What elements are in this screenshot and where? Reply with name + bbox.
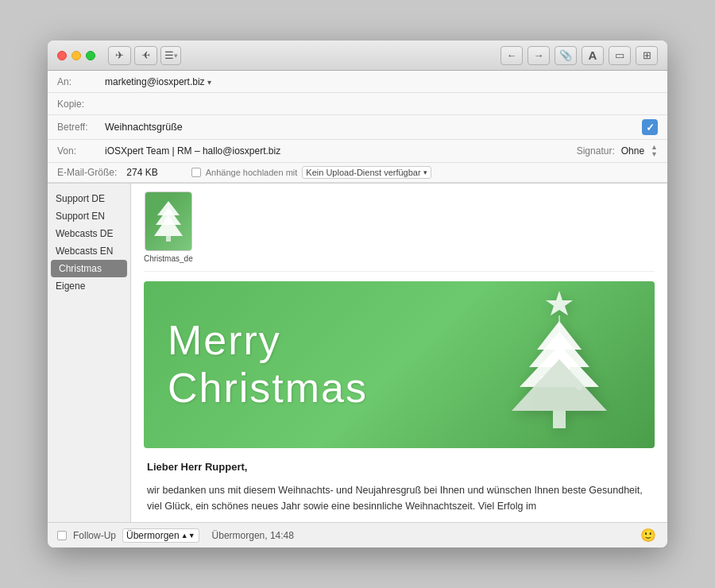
von-field[interactable]: iOSXpert Team | RM – hallo@iosxpert.biz [105, 145, 577, 157]
close-button[interactable] [57, 51, 67, 60]
email-body[interactable]: Christmas_de Merry Christmas [131, 184, 667, 522]
list-button[interactable]: ☰ ▾ [160, 46, 181, 65]
followup-label: Follow-Up [73, 530, 116, 541]
betreff-row: Betreff: Weihnachtsgrüße [48, 115, 667, 140]
attachment-preview [145, 191, 192, 251]
signatur-stepper[interactable]: ▲ ▼ [651, 144, 658, 158]
banner-tree-svg [496, 288, 623, 439]
font-icon: A [589, 48, 597, 62]
signatur-section: Signatur: Ohne ▲ ▼ [577, 144, 658, 158]
banner-line1: Merry [168, 317, 368, 365]
template-sidebar: Support DE Support EN Webcasts DE Webcas… [48, 184, 131, 522]
sidebar-item-webcasts-en[interactable]: Webcasts EN [48, 242, 130, 260]
back-button[interactable]: ← [500, 46, 523, 65]
toolbar-left: ✈ ✈ ☰ ▾ [108, 46, 181, 65]
von-label: Von: [57, 145, 105, 157]
window-icon: ▭ [615, 49, 624, 61]
traffic-lights [57, 51, 95, 60]
svg-point-11 [548, 356, 555, 362]
list-icon: ☰ [164, 49, 174, 61]
size-value: 274 KB [126, 167, 157, 178]
kopie-label: Kopie: [57, 99, 105, 110]
paperclip-icon: 📎 [559, 49, 572, 61]
kopie-row: Kopie: [48, 93, 667, 115]
sidebar-item-eigene[interactable]: Eigene [48, 277, 130, 295]
emoji-button[interactable]: 🙂 [639, 526, 658, 545]
email-greeting: Lieber Herr Ruppert, [147, 461, 651, 473]
svg-rect-3 [166, 236, 171, 242]
an-field[interactable]: marketing@iosxpert.biz ▾ [105, 76, 658, 87]
email-compose-window: ✈ ✈ ☰ ▾ ← → 📎 A ▭ [48, 41, 667, 547]
email-paragraph: wir bedanken uns mit diesem Weihnachts- … [147, 482, 651, 514]
followup-date: Übermorgen, 14:48 [212, 530, 294, 541]
signatur-label: Signatur: [577, 145, 615, 157]
forward-button[interactable]: → [528, 46, 550, 65]
sidebar-item-support-de[interactable]: Support DE [48, 190, 130, 207]
followup-stepper-icon: ▲▼ [181, 532, 195, 540]
attach-button[interactable]: 📎 [555, 46, 577, 65]
send-later-icon: ✈ [141, 49, 150, 61]
an-row: An: marketing@iosxpert.biz ▾ [48, 71, 667, 93]
toolbar-right: ← → 📎 A ▭ ⊞ [500, 46, 658, 65]
email-text: Lieber Herr Ruppert, wir bedanken uns mi… [144, 461, 655, 514]
svg-marker-2 [154, 215, 183, 236]
svg-rect-10 [553, 411, 566, 428]
attachment-thumb[interactable]: Christmas_de [144, 191, 193, 263]
attachment-filename: Christmas_de [144, 254, 193, 263]
forward-arrow-icon: → [534, 49, 544, 61]
back-arrow-icon: ← [507, 49, 517, 61]
window-button[interactable]: ▭ [609, 46, 631, 65]
followup-checkbox[interactable] [57, 531, 67, 540]
betreff-field[interactable]: Weihnachtsgrüße [105, 122, 642, 133]
dropdown-chevron-icon: ▾ [174, 52, 178, 60]
banner-line2: Christmas [168, 365, 368, 412]
betreff-label: Betreff: [57, 122, 105, 133]
attachment-area: Christmas_de [144, 191, 655, 272]
sidebar-item-christmas[interactable]: Christmas [51, 260, 127, 277]
sidebar-item-webcasts-de[interactable]: Webcasts DE [48, 225, 130, 242]
upload-section: Anhänge hochladen mit Kein Upload-Dienst… [191, 166, 431, 179]
footer: Follow-Up Übermorgen ▲▼ Übermorgen, 14:4… [48, 522, 667, 547]
followup-dropdown[interactable]: Übermorgen ▲▼ [122, 528, 199, 543]
banner-text: Merry Christmas [168, 317, 368, 412]
recipient-tag[interactable]: marketing@iosxpert.biz ▾ [105, 76, 211, 87]
tag-arrow-icon: ▾ [207, 78, 211, 87]
maximize-button[interactable] [86, 51, 95, 60]
sidebar-item-support-en[interactable]: Support EN [48, 207, 130, 225]
size-row: E-Mail-Größe: 274 KB Anhänge hochladen m… [48, 163, 667, 183]
svg-marker-4 [546, 291, 573, 315]
upload-chevron-icon: ▾ [423, 168, 427, 176]
christmas-banner: Merry Christmas [144, 281, 655, 448]
von-row: Von: iOSXpert Team | RM – hallo@iosxpert… [48, 140, 667, 163]
upload-service-dropdown[interactable]: Kein Upload-Dienst verfügbar ▾ [302, 166, 431, 179]
signatur-dropdown[interactable]: Ohne [621, 145, 644, 157]
title-bar: ✈ ✈ ☰ ▾ ← → 📎 A ▭ [48, 41, 667, 71]
betreff-confirm-button[interactable] [642, 119, 658, 135]
grid-button[interactable]: ⊞ [636, 46, 658, 65]
banner-tree-decoration [496, 288, 623, 442]
thumb-tree-svg [153, 199, 184, 243]
font-button[interactable]: A [582, 46, 604, 65]
size-label: E-Mail-Größe: [57, 167, 117, 178]
an-label: An: [57, 76, 105, 87]
main-content: Support DE Support EN Webcasts DE Webcas… [48, 184, 667, 522]
upload-label: Anhänge hochladen mit [206, 168, 298, 177]
send-later-button[interactable]: ✈ [134, 46, 157, 65]
send-icon: ✈ [115, 49, 124, 61]
upload-checkbox[interactable] [191, 168, 201, 177]
header-fields: An: marketing@iosxpert.biz ▾ Kopie: Betr… [48, 71, 667, 184]
minimize-button[interactable] [72, 51, 81, 60]
send-button[interactable]: ✈ [108, 46, 131, 65]
grid-icon: ⊞ [643, 49, 651, 61]
